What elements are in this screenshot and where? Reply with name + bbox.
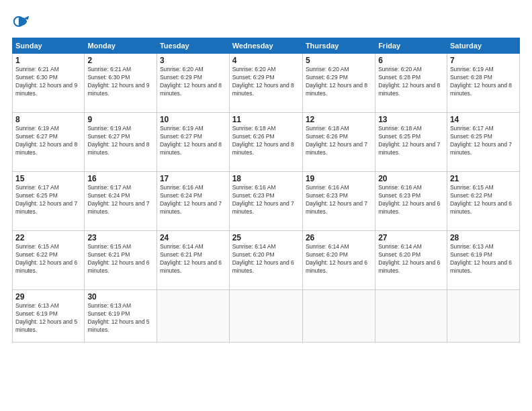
page: SundayMondayTuesdayWednesdayThursdayFrid… [0,0,532,411]
calendar-day-cell [302,290,375,342]
calendar-header-cell: Saturday [447,38,519,54]
calendar-day-cell [447,290,519,342]
day-number: 2 [87,56,154,65]
day-info: Sunrise: 6:13 AM Sunset: 6:19 PM Dayligh… [87,302,154,334]
calendar-day-cell: 23 Sunrise: 6:15 AM Sunset: 6:21 PM Dayl… [85,231,157,290]
calendar-day-cell: 12 Sunrise: 6:18 AM Sunset: 6:26 PM Dayl… [302,113,375,172]
calendar-day-cell: 26 Sunrise: 6:14 AM Sunset: 6:20 PM Dayl… [302,231,375,290]
header [12,12,520,31]
calendar-week-row: 8 Sunrise: 6:19 AM Sunset: 6:27 PM Dayli… [13,113,520,172]
day-number: 7 [450,56,517,65]
day-info: Sunrise: 6:14 AM Sunset: 6:20 PM Dayligh… [232,243,300,275]
calendar-day-cell: 4 Sunrise: 6:20 AM Sunset: 6:29 PM Dayli… [229,54,302,113]
day-number: 5 [306,56,372,65]
day-info: Sunrise: 6:19 AM Sunset: 6:28 PM Dayligh… [450,66,517,98]
day-info: Sunrise: 6:13 AM Sunset: 6:19 PM Dayligh… [15,302,81,334]
calendar-header-row: SundayMondayTuesdayWednesdayThursdayFrid… [13,38,520,54]
day-number: 10 [160,115,226,124]
day-number: 28 [450,233,517,242]
calendar-day-cell: 14 Sunrise: 6:17 AM Sunset: 6:25 PM Dayl… [447,113,519,172]
day-number: 23 [87,233,154,242]
calendar-week-row: 15 Sunrise: 6:17 AM Sunset: 6:25 PM Dayl… [13,172,520,231]
calendar-day-cell: 25 Sunrise: 6:14 AM Sunset: 6:20 PM Dayl… [229,231,302,290]
calendar-day-cell: 8 Sunrise: 6:19 AM Sunset: 6:27 PM Dayli… [13,113,85,172]
day-number: 12 [306,115,372,124]
day-number: 25 [232,233,300,242]
day-info: Sunrise: 6:21 AM Sunset: 6:30 PM Dayligh… [87,66,154,98]
day-info: Sunrise: 6:15 AM Sunset: 6:22 PM Dayligh… [450,184,517,216]
day-number: 11 [232,115,300,124]
day-info: Sunrise: 6:20 AM Sunset: 6:29 PM Dayligh… [160,66,226,98]
calendar-day-cell: 11 Sunrise: 6:18 AM Sunset: 6:26 PM Dayl… [229,113,302,172]
day-info: Sunrise: 6:14 AM Sunset: 6:21 PM Dayligh… [160,243,226,275]
calendar: SundayMondayTuesdayWednesdayThursdayFrid… [12,38,520,342]
calendar-day-cell: 20 Sunrise: 6:16 AM Sunset: 6:23 PM Dayl… [375,172,447,231]
day-number: 26 [306,233,372,242]
day-number: 30 [87,292,154,302]
calendar-day-cell [375,290,447,342]
day-number: 17 [160,174,226,183]
day-info: Sunrise: 6:19 AM Sunset: 6:27 PM Dayligh… [160,125,226,157]
day-info: Sunrise: 6:19 AM Sunset: 6:27 PM Dayligh… [15,125,81,157]
calendar-header-cell: Thursday [302,38,375,54]
day-number: 13 [378,115,444,124]
day-number: 21 [450,174,517,183]
day-number: 15 [15,174,81,183]
day-number: 18 [232,174,300,183]
logo-icon [12,12,31,31]
day-info: Sunrise: 6:18 AM Sunset: 6:25 PM Dayligh… [378,125,444,157]
day-info: Sunrise: 6:16 AM Sunset: 6:23 PM Dayligh… [378,184,444,216]
day-number: 24 [160,233,226,242]
calendar-week-row: 1 Sunrise: 6:21 AM Sunset: 6:30 PM Dayli… [13,54,520,113]
calendar-day-cell [157,290,229,342]
day-number: 27 [378,233,444,242]
calendar-day-cell: 1 Sunrise: 6:21 AM Sunset: 6:30 PM Dayli… [13,54,85,113]
calendar-week-row: 29 Sunrise: 6:13 AM Sunset: 6:19 PM Dayl… [13,290,520,342]
calendar-day-cell: 22 Sunrise: 6:15 AM Sunset: 6:22 PM Dayl… [13,231,85,290]
day-info: Sunrise: 6:19 AM Sunset: 6:27 PM Dayligh… [87,125,154,157]
day-info: Sunrise: 6:18 AM Sunset: 6:26 PM Dayligh… [232,125,300,157]
logo [12,12,34,31]
day-info: Sunrise: 6:14 AM Sunset: 6:20 PM Dayligh… [306,243,372,275]
day-info: Sunrise: 6:20 AM Sunset: 6:29 PM Dayligh… [306,66,372,98]
calendar-day-cell: 28 Sunrise: 6:13 AM Sunset: 6:19 PM Dayl… [447,231,519,290]
calendar-header-cell: Monday [85,38,157,54]
day-number: 8 [15,115,81,124]
day-info: Sunrise: 6:15 AM Sunset: 6:22 PM Dayligh… [15,243,81,275]
calendar-body: 1 Sunrise: 6:21 AM Sunset: 6:30 PM Dayli… [13,54,520,342]
calendar-day-cell: 27 Sunrise: 6:14 AM Sunset: 6:20 PM Dayl… [375,231,447,290]
day-info: Sunrise: 6:16 AM Sunset: 6:23 PM Dayligh… [232,184,300,216]
calendar-day-cell: 24 Sunrise: 6:14 AM Sunset: 6:21 PM Dayl… [157,231,229,290]
day-info: Sunrise: 6:17 AM Sunset: 6:25 PM Dayligh… [15,184,81,216]
day-number: 29 [15,292,81,302]
calendar-day-cell: 29 Sunrise: 6:13 AM Sunset: 6:19 PM Dayl… [13,290,85,342]
day-info: Sunrise: 6:16 AM Sunset: 6:24 PM Dayligh… [160,184,226,216]
day-info: Sunrise: 6:20 AM Sunset: 6:29 PM Dayligh… [232,66,300,98]
calendar-header-cell: Sunday [13,38,85,54]
calendar-day-cell: 21 Sunrise: 6:15 AM Sunset: 6:22 PM Dayl… [447,172,519,231]
day-number: 1 [15,56,81,65]
day-info: Sunrise: 6:18 AM Sunset: 6:26 PM Dayligh… [306,125,372,157]
calendar-day-cell: 3 Sunrise: 6:20 AM Sunset: 6:29 PM Dayli… [157,54,229,113]
day-info: Sunrise: 6:17 AM Sunset: 6:25 PM Dayligh… [450,125,517,157]
calendar-day-cell [229,290,302,342]
day-number: 3 [160,56,226,65]
calendar-day-cell: 7 Sunrise: 6:19 AM Sunset: 6:28 PM Dayli… [447,54,519,113]
day-info: Sunrise: 6:21 AM Sunset: 6:30 PM Dayligh… [15,66,81,98]
calendar-header-cell: Friday [375,38,447,54]
calendar-day-cell: 10 Sunrise: 6:19 AM Sunset: 6:27 PM Dayl… [157,113,229,172]
calendar-day-cell: 18 Sunrise: 6:16 AM Sunset: 6:23 PM Dayl… [229,172,302,231]
calendar-header-cell: Tuesday [157,38,229,54]
day-number: 14 [450,115,517,124]
day-info: Sunrise: 6:17 AM Sunset: 6:24 PM Dayligh… [87,184,154,216]
calendar-day-cell: 13 Sunrise: 6:18 AM Sunset: 6:25 PM Dayl… [375,113,447,172]
day-number: 22 [15,233,81,242]
day-number: 20 [378,174,444,183]
day-info: Sunrise: 6:20 AM Sunset: 6:28 PM Dayligh… [378,66,444,98]
calendar-day-cell: 2 Sunrise: 6:21 AM Sunset: 6:30 PM Dayli… [85,54,157,113]
day-number: 19 [306,174,372,183]
day-info: Sunrise: 6:13 AM Sunset: 6:19 PM Dayligh… [450,243,517,275]
day-number: 6 [378,56,444,65]
calendar-week-row: 22 Sunrise: 6:15 AM Sunset: 6:22 PM Dayl… [13,231,520,290]
day-number: 9 [87,115,154,124]
